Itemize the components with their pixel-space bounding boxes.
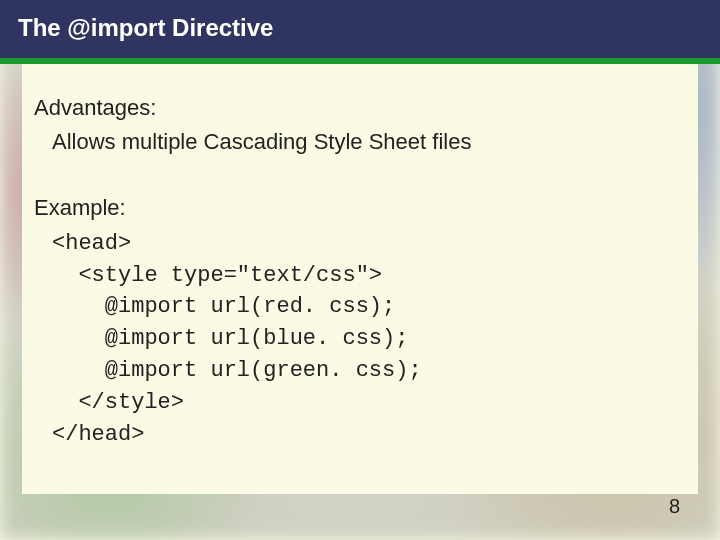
advantages-text: Allows multiple Cascading Style Sheet fi… xyxy=(34,126,686,158)
content-area: Advantages: Allows multiple Cascading St… xyxy=(22,64,698,494)
advantages-heading: Advantages: xyxy=(34,92,686,124)
code-block: <head> <style type="text/css"> @import u… xyxy=(34,228,686,451)
slide-title: The @import Directive xyxy=(18,14,273,41)
page-number: 8 xyxy=(669,495,680,518)
slide-title-bar: The @import Directive xyxy=(0,0,720,64)
slide-body: Advantages: Allows multiple Cascading St… xyxy=(22,64,698,494)
example-heading: Example: xyxy=(34,192,686,224)
